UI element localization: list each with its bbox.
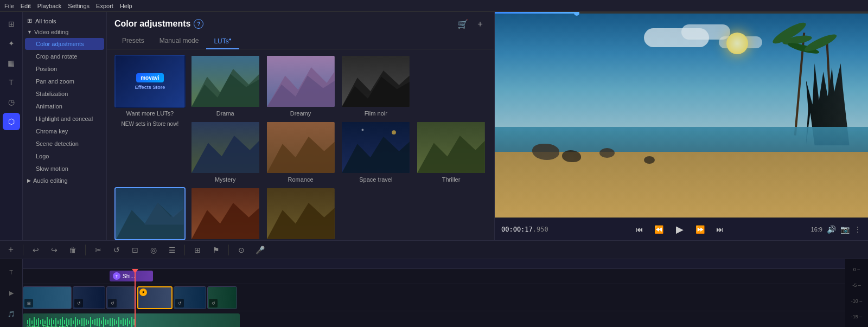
svg-rect-58 (97, 318, 98, 326)
video-clip-1[interactable]: ⊞ (23, 286, 72, 309)
sidebar-icon-magic[interactable]: ✦ (3, 35, 20, 52)
sidebar-icon-clock[interactable]: ◷ (3, 93, 20, 111)
tools-item-chroma-key[interactable]: Chroma key (25, 125, 104, 137)
subtitle-clip-label: Shi... (123, 273, 135, 279)
tab-presets[interactable]: Presets (114, 34, 152, 49)
sidebar-icon-tiles[interactable]: ▦ (3, 54, 20, 72)
mic-button[interactable]: 🎤 (253, 243, 267, 257)
tools-item-color-adjustments[interactable]: Color adjustments (25, 38, 104, 50)
tools-item-position[interactable]: Position (25, 63, 104, 75)
lut-item-romance[interactable]: Romance (265, 121, 336, 183)
menu-edit[interactable]: Edit (21, 3, 31, 9)
sidebar-icon-text[interactable]: T (3, 74, 20, 91)
lut-item-timetravel[interactable]: Time Travel (114, 187, 186, 240)
tools-item-animation[interactable]: Animation (25, 100, 104, 112)
rotate-button[interactable]: ↺ (110, 243, 124, 257)
aspect-ratio-label[interactable]: 16:9 (811, 226, 822, 233)
cut-button[interactable]: ✂ (91, 243, 105, 257)
svg-point-16 (362, 129, 364, 131)
timeline-ruler[interactable]: 00:00:00 00:00:05 00:00:10 00:00:15 00:0… (23, 259, 845, 269)
track-ctrl-2[interactable]: ▶ (6, 288, 17, 299)
all-tools-button[interactable]: ⊞ All tools (23, 15, 106, 27)
lut-item-drama[interactable]: Drama (190, 55, 261, 117)
sidebar-icon-effects[interactable]: ⬡ (3, 113, 20, 130)
clip-icon-5: ↺ (175, 299, 184, 307)
play-pause-button[interactable]: ▶ (671, 221, 688, 238)
insert-button[interactable]: ⊞ (190, 243, 205, 257)
video-clip-2[interactable]: ↺ (73, 286, 105, 309)
lut-item-store[interactable]: movavi Effects Store Want more LUTs? (114, 55, 186, 117)
progress-bar-container[interactable] (495, 12, 868, 14)
lut-item-tripmars[interactable]: Trip to Mars (190, 187, 261, 240)
panel-add-button[interactable]: ＋ (474, 17, 487, 30)
add-track-button[interactable]: ＋ (4, 243, 17, 257)
track-ctrl-1[interactable]: T (6, 267, 17, 278)
redo-button[interactable]: ↪ (47, 243, 61, 257)
menu-file[interactable]: File (4, 3, 14, 9)
tools-item-highlight-conceal[interactable]: Highlight and conceal (25, 113, 104, 125)
lut-thumb-tripmars (190, 187, 261, 240)
skip-to-start-button[interactable]: ⏮ (632, 222, 647, 237)
crop-button[interactable]: ⊡ (128, 243, 142, 257)
lut-item-vintage[interactable]: Vintage (265, 187, 336, 240)
screenshot-icon[interactable]: 📷 (840, 225, 850, 234)
tools-item-logo[interactable]: Logo (25, 150, 104, 162)
lut-item-dreamy[interactable]: Dreamy (265, 55, 336, 117)
svg-point-15 (392, 130, 397, 134)
clip-icon-1: ⊞ (24, 299, 33, 307)
toolbar-sep-1 (23, 245, 23, 255)
audio-editing-section[interactable]: ▶ Audio editing (23, 175, 106, 186)
delete-button[interactable]: 🗑 (66, 243, 80, 257)
subtitle-clip[interactable]: T Shi... (110, 271, 153, 281)
svg-rect-65 (112, 318, 113, 326)
more-options-icon[interactable]: ⋮ (854, 225, 861, 234)
flag-button[interactable]: ⚑ (209, 243, 223, 257)
tools-item-pan-zoom[interactable]: Pan and zoom (25, 75, 104, 87)
menu-playback[interactable]: Playback (37, 3, 62, 9)
tracks: T Shi... ⊞ ↺ ↺ (23, 269, 845, 327)
video-clip-3[interactable]: ↺ (106, 286, 136, 309)
video-editing-section[interactable]: ▼ Video editing (23, 27, 106, 37)
volume-icon[interactable]: 🔊 (827, 225, 836, 234)
lut-item-mystery[interactable]: Mystery (190, 121, 261, 183)
lut-item-thriller[interactable]: Thriller (416, 121, 487, 183)
lut-store-cta2: NEW sets in Store now! (122, 121, 179, 127)
tab-luts[interactable]: LUTs● (206, 34, 239, 49)
clip-icon-6: ↺ (209, 299, 218, 307)
playhead[interactable] (135, 269, 136, 327)
video-clip-5[interactable]: ↺ (174, 286, 206, 309)
svg-rect-70 (123, 318, 124, 326)
video-clip-4[interactable]: ★ (137, 286, 173, 309)
tools-item-slow-motion[interactable]: Slow motion (25, 163, 104, 175)
track-ctrl-3[interactable]: 🎵 (6, 309, 17, 320)
step-forward-button[interactable]: ⏩ (693, 222, 708, 237)
tab-manual-mode[interactable]: Manual mode (152, 34, 207, 49)
svg-rect-45 (68, 319, 69, 325)
audio-track-bar[interactable]: Action_Theme.mp3 (23, 313, 240, 327)
record-button[interactable]: ⊙ (234, 243, 248, 257)
timestamp-ms: .950 (533, 226, 548, 233)
step-back-button[interactable]: ⏪ (652, 222, 667, 237)
color-panel: Color adjustments ? 🛒 ＋ Presets Manual m… (107, 12, 495, 240)
lut-item-spacetravel[interactable]: Space travel (340, 121, 411, 183)
menu-settings[interactable]: Settings (68, 3, 90, 9)
effects-store-label: Effects Store (135, 85, 165, 90)
toolbar-sep-2 (85, 245, 86, 255)
menu-export[interactable]: Export (96, 3, 113, 9)
tools-item-scene-detection[interactable]: Scene detection (25, 138, 104, 150)
video-clip-6[interactable]: ↺ (207, 286, 237, 309)
svg-rect-71 (125, 319, 126, 325)
lut-item-filmnoir[interactable]: Film noir (340, 55, 411, 117)
panel-help-icon[interactable]: ? (194, 19, 203, 29)
adjust-button[interactable]: ☰ (165, 243, 179, 257)
tools-item-crop-rotate[interactable]: Crop and rotate (25, 50, 104, 62)
menu-help[interactable]: Help (120, 3, 132, 9)
sidebar-icon-tools[interactable]: ⊞ (3, 15, 20, 33)
tools-item-stabilization[interactable]: Stabilization (25, 88, 104, 100)
skip-to-end-button[interactable]: ⏭ (712, 222, 727, 237)
panel-cart-button[interactable]: 🛒 (456, 17, 469, 30)
filter-button[interactable]: ◎ (146, 243, 161, 257)
video-editing-caret: ▼ (27, 29, 32, 35)
undo-button[interactable]: ↩ (29, 243, 43, 257)
svg-rect-34 (44, 320, 46, 324)
